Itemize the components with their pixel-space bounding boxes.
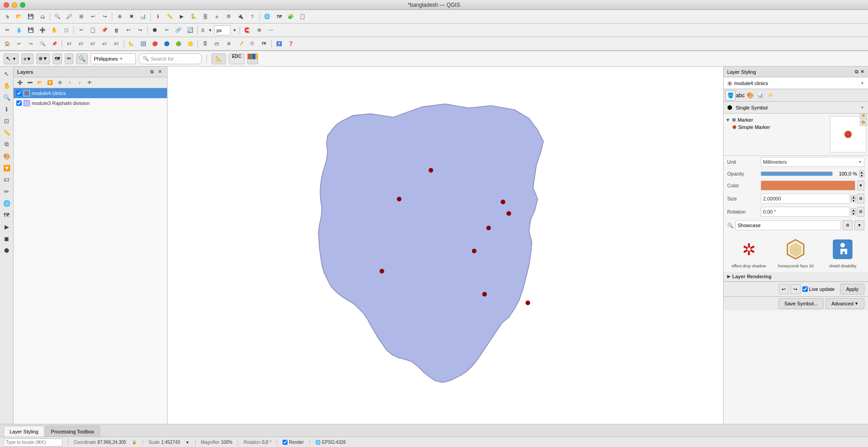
nav-edit-btn[interactable]: ✏	[65, 53, 73, 64]
ext-tool10[interactable]: 🏷	[111, 39, 122, 49]
node-tool[interactable]: ◻	[61, 25, 72, 35]
sidebar-select[interactable]: ⊡	[1, 115, 12, 126]
sidebar-identify[interactable]: ℹ	[1, 104, 12, 114]
unit-dropdown[interactable]: Millimeters ▼	[761, 157, 864, 167]
tree-marker-item[interactable]: ▼ Marker	[725, 116, 830, 124]
layout-btn[interactable]: 📐	[211, 53, 226, 64]
nav-btn4[interactable]: 🗺	[53, 53, 62, 64]
processing[interactable]: ⚙	[223, 12, 234, 22]
symbol-honeycomb-faux-3d[interactable]: honeycomb faux 3d	[774, 236, 818, 268]
save-symbol-button[interactable]: Save Symbol...	[778, 298, 824, 309]
redo-style-btn[interactable]: ↪	[791, 284, 801, 294]
delete-features[interactable]: 🗑	[111, 25, 122, 35]
layer-styling-close[interactable]: ✕	[860, 69, 864, 75]
undo-style-btn[interactable]: ↩	[779, 284, 789, 294]
processing2[interactable]: ⚙	[223, 39, 234, 49]
cut-features[interactable]: ✂	[76, 25, 86, 35]
ext-tool5[interactable]: 📌	[49, 39, 60, 49]
enable-snapping[interactable]: ⊕	[254, 25, 264, 35]
field-calc[interactable]: 🔢	[138, 39, 149, 49]
digitize-shape[interactable]: ⬟	[149, 25, 160, 35]
nav-btn3[interactable]: ⊕▼	[36, 53, 50, 64]
ext-tool8[interactable]: 🏷	[87, 39, 98, 49]
paint-bucket-icon[interactable]: 🪣	[725, 90, 735, 100]
layers-up[interactable]: ↑	[65, 79, 74, 87]
snapping[interactable]: 🧲	[242, 25, 253, 35]
add-feature[interactable]: ➕	[37, 25, 48, 35]
layers-down[interactable]: ↓	[75, 79, 84, 87]
ext-tool1[interactable]: 🏠	[2, 39, 13, 49]
ext-tool2[interactable]: ↩	[14, 39, 24, 49]
color-options-btn[interactable]: ▼	[857, 181, 864, 190]
rotation-options-btn[interactable]: ⚙	[857, 207, 864, 217]
zoom-forward[interactable]: ↪	[99, 12, 110, 22]
ext-tool4[interactable]: 🔍	[37, 39, 48, 49]
zoom-full[interactable]: ⊞	[76, 12, 86, 22]
move-feature[interactable]: ✋	[49, 25, 60, 35]
rotation-dropdown[interactable]: ▼	[207, 25, 213, 35]
save-edits[interactable]: 💾	[25, 25, 36, 35]
epsg-display[interactable]: 🌐 EPSG:4326	[315, 440, 346, 445]
opacity-slider[interactable]	[761, 171, 833, 176]
sidebar-style[interactable]: 🎨	[1, 151, 12, 162]
tracing[interactable]: 〰	[265, 25, 276, 35]
scale-dropdown[interactable]: ▼	[186, 440, 190, 445]
ext-tool3[interactable]: ↪	[25, 39, 36, 49]
quick-map[interactable]: 🗺	[273, 12, 284, 22]
live-update-checkbox[interactable]	[802, 286, 808, 292]
search-box[interactable]: 🔍 Search for .	[139, 53, 202, 64]
nav-search-btn[interactable]: 🔍	[76, 53, 88, 64]
sidebar-pointer[interactable]: ↖	[1, 68, 12, 79]
maximize-button[interactable]	[20, 2, 25, 8]
abc-icon[interactable]: abc	[735, 90, 745, 100]
help[interactable]: ?	[247, 12, 258, 22]
advanced-button[interactable]: Advanced ▼	[825, 298, 864, 309]
browser-panel[interactable]: 🗄	[200, 12, 211, 22]
save-as[interactable]: 🗂	[37, 12, 48, 22]
toggle-edit[interactable]: 💧	[14, 25, 24, 35]
apply-button[interactable]: Apply	[840, 284, 864, 295]
rotate-feature[interactable]: 🔄	[185, 25, 196, 35]
symbol-effect-drop-shadow[interactable]: ✲ effect drop shadow	[727, 236, 771, 268]
browser-btn[interactable]: 🗄	[200, 39, 211, 49]
minimize-button[interactable]	[12, 2, 17, 8]
sidebar-more3[interactable]: ⬢	[1, 245, 12, 256]
sidebar-measure[interactable]: 📏	[1, 127, 12, 138]
undo[interactable]: ↩	[123, 25, 134, 35]
nav-btn2[interactable]: ≡▼	[21, 53, 34, 64]
layer-styling-float[interactable]: ⧉	[855, 69, 858, 75]
sidebar-layers[interactable]: ⧉	[1, 139, 12, 150]
ext-tool6[interactable]: 🏷	[64, 39, 75, 49]
opacity-down[interactable]: ▼	[859, 174, 864, 177]
layers-options[interactable]: ⚙	[55, 79, 64, 87]
edc-button[interactable]: EDC	[229, 53, 245, 64]
deselect[interactable]: ✖	[126, 12, 137, 22]
symbol-search-config[interactable]: ⚙	[843, 220, 853, 230]
plugin4[interactable]: 🟡	[185, 39, 196, 49]
sidebar-globe[interactable]: 🌐	[1, 198, 12, 209]
tile-scale[interactable]: 🗺	[259, 39, 269, 49]
layers-close-icon[interactable]: ✕	[156, 68, 163, 76]
color-swatch[interactable]	[761, 181, 855, 190]
window-controls[interactable]	[4, 2, 25, 8]
sidebar-more2[interactable]: ◼	[1, 233, 12, 244]
ext-tool9[interactable]: 🏷	[99, 39, 110, 49]
sidebar-filter[interactable]: 🔽	[1, 162, 12, 173]
close-button[interactable]	[4, 2, 9, 8]
blend-icon[interactable]: ⚡	[765, 90, 775, 100]
layer-rendering-section[interactable]: ▶ Layer Rendering	[724, 272, 868, 281]
open-project[interactable]: 📂	[14, 12, 24, 22]
plugin3[interactable]: 🟢	[173, 39, 184, 49]
opacity-up[interactable]: ▲	[859, 170, 864, 174]
locate-input[interactable]	[4, 438, 62, 447]
identify[interactable]: ℹ	[153, 12, 163, 22]
symbol-color-btn[interactable]: 🎨	[860, 119, 867, 126]
size-options-btn[interactable]: ⚙	[857, 194, 864, 204]
paste-features[interactable]: 📌	[99, 25, 110, 35]
qgis2web[interactable]: 🌐	[262, 12, 273, 22]
measure[interactable]: 📏	[164, 12, 175, 22]
plugins[interactable]: 🔌	[235, 12, 246, 22]
layer-notes[interactable]: 📝	[235, 39, 246, 49]
merge-features[interactable]: 🔗	[173, 25, 184, 35]
copy-features[interactable]: 📋	[87, 25, 98, 35]
